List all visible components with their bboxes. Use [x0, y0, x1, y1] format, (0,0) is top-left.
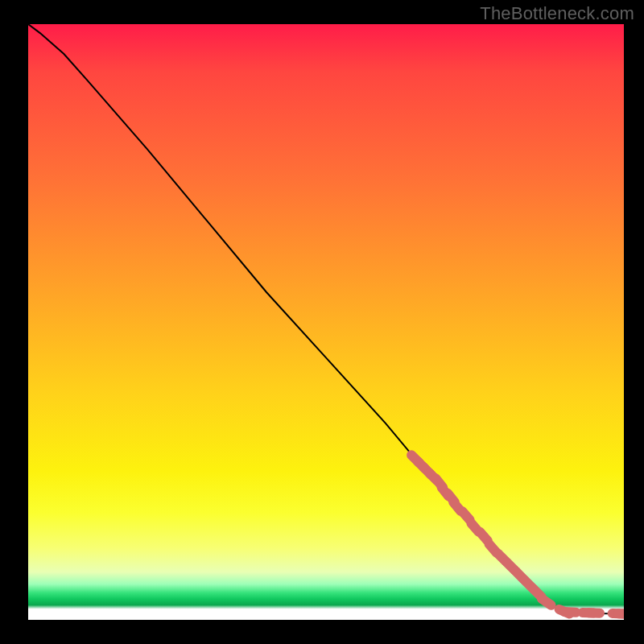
- chart-frame: TheBottleneck.com: [0, 0, 644, 644]
- highlight-marker: [542, 599, 551, 605]
- watermark-text: TheBottleneck.com: [480, 3, 634, 24]
- plot-area: [28, 24, 624, 620]
- highlight-marker: [481, 532, 488, 541]
- chart-overlay: [28, 24, 624, 620]
- highlight-marker: [564, 612, 576, 613]
- highlight-marker: [618, 613, 624, 614]
- curve-layer: [28, 24, 624, 614]
- marker-layer: [411, 455, 624, 614]
- highlight-marker: [462, 511, 469, 520]
- bottleneck-curve: [28, 24, 624, 614]
